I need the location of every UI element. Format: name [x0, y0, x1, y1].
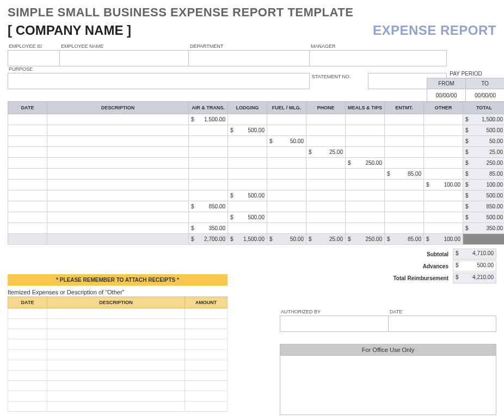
expense-cell-fuel[interactable] [267, 169, 306, 180]
expense-cell-meals[interactable] [346, 223, 385, 234]
expense-cell-meals[interactable] [346, 201, 385, 212]
expense-cell-other[interactable]: $100.00 [424, 180, 463, 190]
expense-cell-air[interactable] [189, 136, 228, 147]
expense-cell-fuel[interactable] [267, 158, 306, 169]
expense-cell-description[interactable] [47, 223, 189, 234]
input-employee-name[interactable] [60, 50, 189, 66]
expense-cell-lodging[interactable]: $500.00 [228, 190, 267, 201]
expense-cell-fuel[interactable] [267, 114, 306, 125]
expense-cell-lodging[interactable] [228, 169, 267, 180]
other-cell[interactable] [47, 350, 185, 360]
expense-cell-description[interactable] [47, 190, 189, 201]
expense-cell-air[interactable] [189, 169, 228, 180]
input-manager[interactable] [310, 50, 447, 66]
other-cell[interactable] [185, 391, 228, 402]
expense-cell-meals[interactable] [346, 190, 385, 201]
expense-cell-entmt[interactable] [385, 212, 424, 223]
expense-cell-entmt[interactable] [385, 223, 424, 234]
other-cell[interactable] [8, 402, 47, 412]
expense-cell-fuel[interactable] [267, 125, 306, 136]
expense-cell-date[interactable] [8, 180, 47, 190]
expense-cell-phone[interactable] [306, 136, 346, 147]
expense-cell-other[interactable] [424, 147, 463, 158]
expense-cell-entmt[interactable] [385, 147, 424, 158]
expense-cell-entmt[interactable] [385, 125, 424, 136]
expense-cell-other[interactable] [424, 190, 463, 201]
expense-cell-air[interactable]: $1,500.00 [189, 114, 228, 125]
expense-cell-entmt[interactable] [385, 190, 424, 201]
expense-cell-entmt[interactable]: $85.00 [385, 169, 424, 180]
expense-cell-description[interactable] [47, 125, 189, 136]
expense-cell-date[interactable] [8, 125, 47, 136]
other-cell[interactable] [185, 308, 228, 319]
expense-cell-date[interactable] [8, 147, 47, 158]
expense-cell-phone[interactable] [306, 201, 346, 212]
expense-cell-description[interactable] [47, 201, 189, 212]
other-cell[interactable] [47, 370, 185, 381]
expense-cell-lodging[interactable] [228, 180, 267, 190]
expense-cell-description[interactable] [47, 212, 189, 223]
expense-cell-lodging[interactable] [228, 136, 267, 147]
expense-cell-other[interactable] [424, 125, 463, 136]
expense-cell-description[interactable] [47, 158, 189, 169]
expense-cell-phone[interactable] [306, 223, 346, 234]
other-cell[interactable] [8, 308, 47, 319]
expense-cell-other[interactable] [424, 201, 463, 212]
office-use-body[interactable] [280, 355, 496, 415]
other-cell[interactable] [47, 360, 185, 370]
other-cell[interactable] [47, 319, 185, 329]
other-cell[interactable] [47, 402, 185, 412]
expense-cell-air[interactable] [189, 180, 228, 190]
input-auth-date[interactable] [389, 316, 496, 332]
other-cell[interactable] [185, 402, 228, 412]
other-cell[interactable] [8, 360, 47, 370]
other-cell[interactable] [185, 360, 228, 370]
other-cell[interactable] [47, 391, 185, 402]
expense-cell-description[interactable] [47, 147, 189, 158]
expense-cell-lodging[interactable]: $500.00 [228, 125, 267, 136]
other-cell[interactable] [8, 329, 47, 339]
expense-cell-phone[interactable] [306, 169, 346, 180]
other-cell[interactable] [47, 381, 185, 391]
other-cell[interactable] [8, 381, 47, 391]
expense-cell-fuel[interactable] [267, 190, 306, 201]
other-cell[interactable] [47, 329, 185, 339]
expense-cell-air[interactable] [189, 212, 228, 223]
expense-cell-date[interactable] [8, 114, 47, 125]
expense-cell-entmt[interactable] [385, 201, 424, 212]
other-cell[interactable] [185, 350, 228, 360]
expense-cell-entmt[interactable] [385, 180, 424, 190]
expense-cell-phone[interactable] [306, 212, 346, 223]
expense-cell-other[interactable] [424, 136, 463, 147]
expense-cell-air[interactable] [189, 147, 228, 158]
expense-cell-lodging[interactable] [228, 147, 267, 158]
expense-cell-date[interactable] [8, 158, 47, 169]
expense-cell-fuel[interactable] [267, 147, 306, 158]
expense-cell-fuel[interactable] [267, 180, 306, 190]
expense-cell-phone[interactable] [306, 180, 346, 190]
expense-cell-description[interactable] [47, 114, 189, 125]
expense-cell-entmt[interactable] [385, 114, 424, 125]
expense-cell-date[interactable] [8, 169, 47, 180]
expense-cell-meals[interactable]: $250.00 [346, 158, 385, 169]
expense-cell-entmt[interactable] [385, 158, 424, 169]
expense-cell-meals[interactable] [346, 136, 385, 147]
expense-cell-description[interactable] [47, 136, 189, 147]
expense-cell-meals[interactable] [346, 125, 385, 136]
expense-cell-meals[interactable] [346, 169, 385, 180]
other-cell[interactable] [185, 329, 228, 339]
other-cell[interactable] [8, 391, 47, 402]
expense-cell-other[interactable] [424, 114, 463, 125]
other-cell[interactable] [8, 319, 47, 329]
expense-cell-description[interactable] [47, 169, 189, 180]
pay-period-to[interactable]: 00/00/00 [466, 89, 504, 102]
input-authorized-by[interactable] [280, 316, 389, 332]
expense-cell-meals[interactable] [346, 147, 385, 158]
expense-cell-air[interactable] [189, 158, 228, 169]
other-cell[interactable] [8, 370, 47, 381]
expense-cell-air[interactable] [189, 125, 228, 136]
expense-cell-fuel[interactable] [267, 212, 306, 223]
expense-cell-lodging[interactable] [228, 158, 267, 169]
input-department[interactable] [189, 50, 310, 66]
other-cell[interactable] [47, 308, 185, 319]
